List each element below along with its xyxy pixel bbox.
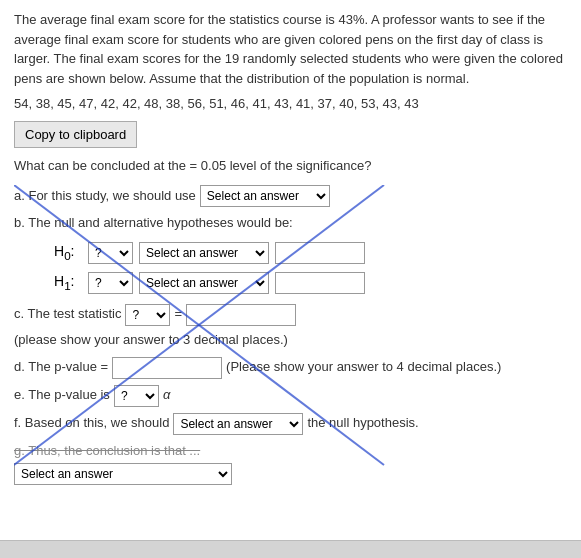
h1-answer-select[interactable]: Select an answer μ = 43 μ > 43 μ < 43 μ … — [139, 272, 269, 294]
h0-symbol-select[interactable]: ? < > = ≤ ≥ ≠ — [88, 242, 133, 264]
h0-label: H0: — [54, 243, 82, 262]
part-f-suffix: the null hypothesis. — [307, 413, 418, 434]
h0-answer-select[interactable]: Select an answer μ = 43 μ > 43 μ < 43 μ … — [139, 242, 269, 264]
part-g-answer-select[interactable]: Select an answer The data supports the c… — [14, 463, 232, 485]
question-text: What can be concluded at the = 0.05 leve… — [14, 158, 567, 173]
part-d-note: (Please show your answer to 4 decimal pl… — [226, 357, 501, 378]
h1-value-input[interactable] — [275, 272, 365, 294]
part-g-label: g. Thus, the conclusion is that ... — [14, 443, 200, 458]
h0-value-input[interactable] — [275, 242, 365, 264]
part-g: g. Thus, the conclusion is that ... Sele… — [14, 441, 567, 486]
h1-symbol-select[interactable]: ? < > = ≤ ≥ ≠ — [88, 272, 133, 294]
part-a: a. For this study, we should use Select … — [14, 185, 567, 207]
part-c-value-input[interactable] — [186, 304, 296, 326]
problem-text: The average final exam score for the sta… — [14, 10, 567, 88]
h1-label: H1: — [54, 273, 82, 292]
part-c-note: (please show your answer to 3 decimal pl… — [14, 330, 288, 351]
part-c-label: c. The test statistic — [14, 304, 121, 325]
part-b: b. The null and alternative hypotheses w… — [14, 213, 567, 234]
part-d-label: d. The p-value = — [14, 357, 108, 378]
part-d: d. The p-value = (Please show your answe… — [14, 357, 567, 379]
part-e-label: e. The p-value is — [14, 385, 110, 406]
part-d-value-input[interactable] — [112, 357, 222, 379]
part-e-symbol-select[interactable]: ? < > = — [114, 385, 159, 407]
part-e-alpha: α — [163, 385, 170, 406]
part-c-equals: = — [174, 304, 182, 325]
main-container: The average final exam score for the sta… — [0, 0, 581, 558]
part-c: c. The test statistic ? t z = (please sh… — [14, 304, 567, 351]
part-b-label: b. The null and alternative hypotheses w… — [14, 215, 293, 230]
part-f-label: f. Based on this, we should — [14, 413, 169, 434]
part-a-select[interactable]: Select an answer t-test z-test chi-squar… — [200, 185, 330, 207]
copy-to-clipboard-button[interactable]: Copy to clipboard — [14, 121, 137, 148]
h0-row: H0: ? < > = ≤ ≥ ≠ Select an answer μ = 4… — [54, 242, 567, 264]
part-f-answer-select[interactable]: Select an answer reject fail to reject a… — [173, 413, 303, 435]
h1-row: H1: ? < > = ≤ ≥ ≠ Select an answer μ = 4… — [54, 272, 567, 294]
questions-region: a. For this study, we should use Select … — [14, 185, 567, 485]
bottom-bar — [0, 540, 581, 558]
part-f: f. Based on this, we should Select an an… — [14, 413, 567, 435]
part-e: e. The p-value is ? < > = α — [14, 385, 567, 407]
data-values: 54, 38, 45, 47, 42, 42, 48, 38, 56, 51, … — [14, 96, 567, 111]
part-a-label: a. For this study, we should use — [14, 186, 196, 207]
part-c-symbol-select[interactable]: ? t z — [125, 304, 170, 326]
